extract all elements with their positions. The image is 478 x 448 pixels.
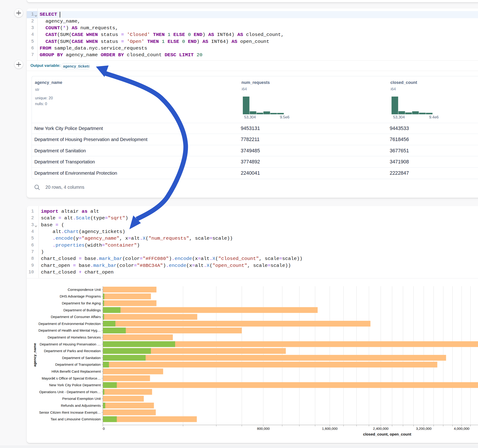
svg-text:1,600,000: 1,600,000 xyxy=(322,427,338,430)
svg-text:Mayorâ€ s Office of Special En: Mayorâ€ s Office of Special Enforce… xyxy=(42,376,101,380)
svg-text:New York City Police Departmen: New York City Police Department xyxy=(49,383,101,387)
svg-text:DHS Advantage Programs: DHS Advantage Programs xyxy=(60,294,101,298)
svg-text:Department of Homeless Service: Department of Homeless Services xyxy=(48,335,101,339)
svg-text:Department of Parks and Recrea: Department of Parks and Recreation xyxy=(44,349,101,353)
svg-text:3,200,000: 3,200,000 xyxy=(416,427,432,430)
svg-text:Department of Health and Menta: Department of Health and Mental Hyg… xyxy=(38,328,101,332)
svg-text:0: 0 xyxy=(103,427,105,430)
svg-text:2,400,000: 2,400,000 xyxy=(373,427,389,430)
svg-text:Department of Transportation: Department of Transportation xyxy=(55,362,101,367)
svg-text:HRA Benefit Card Replacement: HRA Benefit Card Replacement xyxy=(51,369,101,373)
svg-text:Taxi and Limousine Commission: Taxi and Limousine Commission xyxy=(50,417,101,421)
svg-text:Refunds and Adjustments: Refunds and Adjustments xyxy=(61,404,101,407)
svg-text:agency_name: agency_name xyxy=(33,343,37,367)
svg-text:Department of Housing Preserva: Department of Housing Preservation … xyxy=(40,342,101,346)
svg-text:Department of Buildings: Department of Buildings xyxy=(63,308,101,312)
svg-text:Correspondence Unit: Correspondence Unit xyxy=(68,288,101,292)
svg-text:Department of Environmental Pr: Department of Environmental Protection xyxy=(38,322,101,326)
svg-text:Department of Consumer Affairs: Department of Consumer Affairs xyxy=(51,315,101,319)
svg-text:800,000: 800,000 xyxy=(257,427,270,430)
svg-text:Operations Unit - Department o: Operations Unit - Department of Hom… xyxy=(39,390,101,394)
svg-text:Department for the Aging: Department for the Aging xyxy=(62,301,101,305)
svg-text:4,000,000: 4,000,000 xyxy=(454,427,470,430)
svg-text:Personal Exemption Unit: Personal Exemption Unit xyxy=(62,397,101,400)
svg-text:Senior Citizen Rent Increase E: Senior Citizen Rent Increase Exempti… xyxy=(39,411,101,414)
svg-text:closed_count, open_count: closed_count, open_count xyxy=(363,432,411,436)
svg-text:Department of Sanitation: Department of Sanitation xyxy=(62,356,101,360)
